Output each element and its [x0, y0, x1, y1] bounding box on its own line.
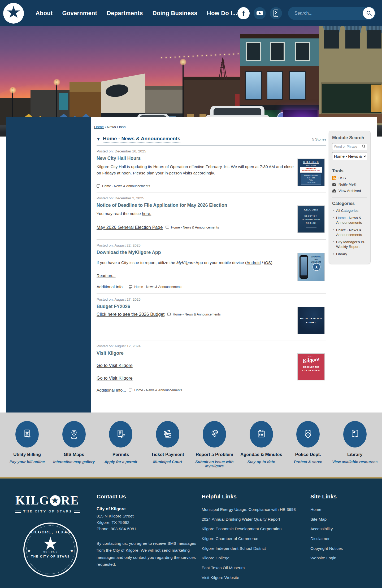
collapse-arrow-icon[interactable]: ▼ [97, 137, 100, 141]
tool-rss[interactable]: RSS [332, 176, 367, 180]
thumb-brand: KILGORE [298, 208, 324, 211]
header-right: f [237, 7, 376, 20]
tool-label: Notify Me® [338, 182, 356, 186]
helpful-link-oil-museum[interactable]: East Texas Oil Museum [202, 565, 302, 571]
nav-how-do-i[interactable]: How Do I... [207, 10, 237, 17]
footer-site-links-column: Site Links Home Site Map Accessibility D… [308, 493, 371, 585]
facebook-icon[interactable]: f [237, 7, 250, 19]
category-police-news[interactable]: Police - News & Announcements [336, 228, 367, 237]
category-link[interactable]: Home - News & Announcements [134, 388, 182, 392]
site-link-site-map[interactable]: Site Map [310, 516, 371, 522]
category-all[interactable]: All Categories [336, 208, 367, 213]
site-link-copyright[interactable]: Copyright Notices [310, 546, 371, 551]
breadcrumb-home-link[interactable]: Home [94, 125, 104, 129]
posted-date: Posted on: August 22, 2025 [97, 243, 326, 247]
wordmark-post: RE [61, 493, 79, 507]
search-button[interactable] [363, 7, 375, 19]
ios-link[interactable]: iOS [264, 260, 271, 265]
news-thumbnail-city-hall-hours[interactable]: KILGORE CITY HALL NEW HOURS BEGINNING FE… [298, 159, 324, 186]
thumb-text: ELECTION INFORMATION NOTICE [298, 214, 324, 225]
quicklink-permits[interactable]: Permits Apply for a permit [97, 421, 144, 468]
search-icon [366, 10, 372, 16]
news-item: Posted on: August 22, 2025 Download the … [97, 240, 326, 294]
site-link-disclaimer[interactable]: Disclaimer [310, 536, 371, 542]
open-book-icon [349, 428, 361, 440]
city-star-logo[interactable]: ★ [3, 3, 24, 24]
news-title: Download the MyKilgore App [97, 250, 326, 255]
seal-side-star: ★ [70, 549, 73, 553]
news-thumbnail-budget[interactable]: FISCAL YEAR 2026 BUDGET [298, 307, 324, 334]
news-thumbnail-mykilgore-app[interactable]: DOWNLOAD THE MYKILGORE APP ★ [298, 253, 324, 281]
lamp-glow [9, 87, 16, 94]
category-link[interactable]: Home - News & Announcements [171, 226, 219, 229]
additional-info-link[interactable]: Additional Info... [97, 388, 126, 393]
quicklink-ticket-payment[interactable]: Ticket Payment Municipal Court [144, 421, 191, 468]
helpful-link-energy-usage[interactable]: Municipal Energy Usage: Compliance with … [202, 507, 302, 512]
phone-chat-icon [208, 428, 220, 440]
footer-helpful-links-column: Helpful Links Municipal Energy Usage: Co… [202, 493, 308, 585]
visit-kilgore-link-1[interactable]: Go to Visit Kilgore [97, 363, 133, 368]
news-item: Posted on: December 16, 2025 New City Ha… [97, 146, 326, 192]
wordmark-pre: KILG [15, 493, 49, 507]
helpful-link-school-district[interactable]: Kilgore Independent School District [202, 546, 302, 551]
category-link[interactable]: Home - News & Announcements [134, 285, 182, 289]
quicklink-label: Permits [97, 452, 144, 457]
quicklink-utility-billing[interactable]: Utility Billing Pay your bill online [4, 421, 51, 468]
category-link[interactable]: Home - News & Announcements [173, 313, 221, 316]
news-body: If you have a City issue to report, util… [97, 260, 296, 266]
search-icon[interactable] [362, 144, 366, 148]
posted-date: Posted on: August 27, 2025 [97, 297, 326, 301]
news-item: Posted on: August 27, 2025 Budget FY2026… [97, 294, 326, 340]
category-link[interactable]: Home - News & Announcements [102, 184, 150, 188]
module-search-panel: Module Search Home - News & Tools RS [329, 131, 371, 264]
youtube-icon[interactable] [254, 7, 266, 19]
mobile-app-icon[interactable] [270, 7, 282, 19]
read-on-link[interactable]: Read on... [97, 273, 116, 278]
category-item: All Categories [332, 208, 367, 213]
quicklink-police-dept[interactable]: Police Dept. Protect & serve [285, 421, 332, 468]
tool-view-archived[interactable]: View Archived [332, 189, 367, 193]
category-home-news[interactable]: Home - News & Announcements [336, 216, 367, 225]
android-link[interactable]: Android [246, 260, 261, 265]
news-thumbnail-election-notice[interactable]: KILGORE ELECTION INFORMATION NOTICE [298, 206, 324, 232]
tool-notify-me[interactable]: Notify Me® [332, 182, 367, 186]
newsflash-icon [97, 184, 101, 188]
search-input[interactable] [294, 11, 355, 16]
news-section-title: Home - News & Announcements [103, 136, 180, 143]
nav-departments[interactable]: Departments [107, 10, 143, 17]
quicklink-gis-maps[interactable]: GIS Maps Interactive map gallery [51, 421, 98, 468]
site-link-home[interactable]: Home [310, 507, 371, 512]
quicklink-agendas-minutes[interactable]: Agendas & Minutes Stay up to date [238, 421, 285, 468]
category-city-manager-report[interactable]: City Manager's Bi-Weekly Report [336, 240, 367, 249]
category-item: City Manager's Bi-Weekly Report [332, 240, 367, 249]
budget-link[interactable]: Click here to see the 2026 Budget [97, 312, 164, 317]
visit-kilgore-link-2[interactable]: Go to Visit Kilgore [97, 376, 133, 381]
helpful-link-economic-development[interactable]: Kilgore Economic Development Corporation [202, 526, 302, 532]
category-library[interactable]: Library [336, 252, 367, 257]
news-thumbnail-visit-kilgore[interactable]: VISIT Kilgore DISCOVER THE CITY OF STARS… [298, 354, 324, 380]
election-page-link[interactable]: May 2026 General Election Page [97, 225, 163, 230]
nav-government[interactable]: Government [62, 10, 97, 17]
helpful-link-kilgore-college[interactable]: Kilgore College [202, 555, 302, 561]
additional-info-link[interactable]: Additional Info... [97, 284, 126, 289]
credit-card-icon [162, 428, 174, 440]
module-category-select[interactable]: Home - News & [332, 152, 367, 160]
site-link-accessibility[interactable]: Accessibility [310, 526, 371, 532]
helpful-link-visit-kilgore[interactable]: Visit Kilgore Website [202, 575, 302, 581]
helpful-link-water-quality[interactable]: 2024 Annual Drinking Water Quality Repor… [202, 516, 302, 522]
quicklink-report-a-problem[interactable]: Report a Problem Submit an issue with My… [191, 421, 238, 468]
nav-about[interactable]: About [36, 10, 53, 17]
quicklink-label: Utility Billing [4, 452, 51, 457]
quicklink-label: GIS Maps [51, 452, 98, 457]
phone-icon [272, 9, 279, 17]
quicklink-library[interactable]: Library View available resources [332, 421, 379, 468]
helpful-link-chamber-of-commerce[interactable]: Kilgore Chamber of Commerce [202, 536, 302, 542]
site-link-website-login[interactable]: Website Login [310, 555, 371, 561]
category-row: Home - News & Announcements [129, 388, 182, 392]
nav-doing-business[interactable]: Doing Business [153, 10, 197, 17]
permit-document-icon [115, 428, 127, 440]
contact-phone: Phone: 903-984-5081 [97, 526, 202, 532]
footer-logo-column: KILG ★ RE THE CITY OF STARS KILGORE, TEX… [11, 493, 90, 585]
category-row: Home - News & Announcements [166, 226, 219, 229]
notice-here-link[interactable]: here. [142, 211, 151, 216]
